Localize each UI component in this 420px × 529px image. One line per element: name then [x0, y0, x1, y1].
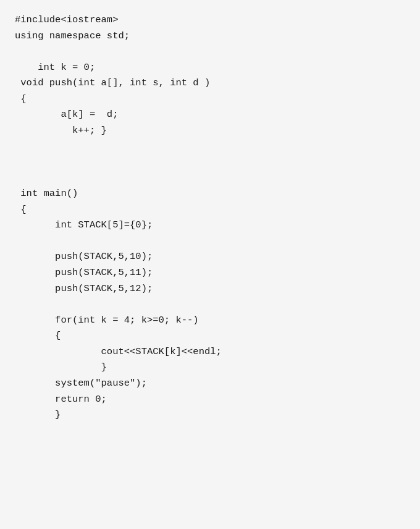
code-container: #include<iostream> using namespace std; …	[0, 0, 420, 529]
code-block: #include<iostream> using namespace std; …	[15, 12, 405, 423]
